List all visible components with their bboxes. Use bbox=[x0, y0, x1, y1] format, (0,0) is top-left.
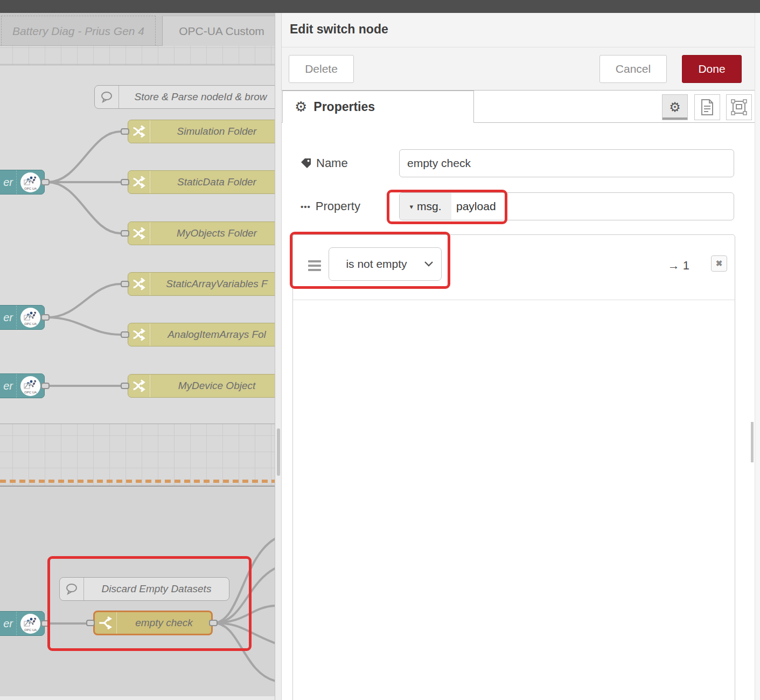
node-label: StaticArrayVariables F bbox=[150, 278, 275, 290]
done-button[interactable]: Done bbox=[682, 55, 742, 83]
canvas-hscroll-gutter[interactable] bbox=[0, 696, 275, 700]
tab-properties[interactable]: ⚙ Properties bbox=[282, 91, 474, 123]
opcua-icon: OPC UA bbox=[16, 374, 44, 398]
arrow-right-icon: → bbox=[668, 259, 680, 272]
switch-icon bbox=[128, 273, 150, 295]
node-label: er bbox=[0, 176, 16, 189]
tab-label: OPC-UA Custom bbox=[179, 25, 264, 38]
dialog-button-bar: Delete Cancel Done bbox=[282, 47, 760, 91]
dots-icon: ••• bbox=[301, 202, 311, 211]
rule-output-number: 1 bbox=[683, 259, 689, 272]
appearance-tab-button[interactable] bbox=[726, 94, 752, 120]
node-label: er bbox=[0, 618, 16, 630]
switch-icon bbox=[128, 222, 150, 245]
dialog-scrollbar-thumb[interactable] bbox=[751, 422, 754, 462]
node-label: AnalogItemArrays Fol bbox=[150, 329, 275, 341]
name-label: Name bbox=[301, 156, 348, 170]
rules-container: is not empty → 1 ✖ bbox=[292, 234, 735, 700]
app-header-bar bbox=[0, 0, 760, 13]
input-port[interactable] bbox=[121, 230, 129, 237]
opcua-browser-node[interactable]: er OPC UA bbox=[0, 611, 45, 636]
node-label: MyDevice Object bbox=[150, 380, 275, 392]
dialog-title: Edit switch node bbox=[290, 22, 388, 37]
opcua-caption: OPC UA bbox=[20, 322, 40, 325]
switch-node-analogitemarrays[interactable]: AnalogItemArrays Fol bbox=[128, 323, 275, 346]
input-port[interactable] bbox=[121, 179, 129, 185]
switch-node-myobjects-folder[interactable]: MyObjects Folder bbox=[128, 221, 275, 245]
opcua-icon: OPC UA bbox=[16, 170, 44, 194]
opcua-browser-node[interactable]: er OPC UA bbox=[0, 305, 45, 330]
node-label: Simulation Folder bbox=[150, 126, 275, 137]
workspace-tabbar: Battery Diag - Prius Gen 4 OPC-UA Custom bbox=[0, 13, 275, 46]
delete-button[interactable]: Delete bbox=[289, 55, 354, 83]
opcua-caption: OPC UA bbox=[20, 187, 40, 190]
scrollbar-thumb[interactable] bbox=[277, 428, 280, 476]
flow-canvas[interactable]: Store & Parse nodeId & brow Simulation F… bbox=[0, 46, 275, 700]
switch-icon bbox=[128, 171, 150, 193]
opcua-browser-node[interactable]: er OPC UA bbox=[0, 373, 45, 398]
tag-icon bbox=[301, 158, 311, 169]
document-icon bbox=[700, 99, 714, 115]
annotation-rect-property bbox=[387, 190, 507, 224]
comment-icon bbox=[95, 86, 119, 108]
output-port[interactable] bbox=[41, 179, 50, 185]
close-icon: ✖ bbox=[716, 259, 723, 268]
edit-switch-node-dialog: Edit switch node Delete Cancel Done ⚙ Pr… bbox=[281, 13, 760, 700]
input-port[interactable] bbox=[121, 331, 129, 338]
opcua-icon: OPC UA bbox=[16, 306, 44, 329]
rule-output-indicator: → 1 bbox=[668, 259, 689, 273]
output-port[interactable] bbox=[41, 314, 50, 321]
opcua-caption: OPC UA bbox=[20, 628, 40, 632]
switch-node-staticarrayvariables[interactable]: StaticArrayVariables F bbox=[128, 272, 275, 296]
input-port[interactable] bbox=[121, 383, 129, 389]
opcua-icon: OPC UA bbox=[16, 612, 44, 635]
cancel-button[interactable]: Cancel bbox=[599, 55, 667, 83]
properties-tab-button[interactable]: ⚙ bbox=[662, 94, 688, 120]
tab-label: Battery Diag - Prius Gen 4 bbox=[12, 25, 144, 38]
node-label: er bbox=[0, 380, 16, 392]
switch-icon bbox=[128, 375, 150, 397]
dialog-header: Edit switch node bbox=[282, 13, 760, 47]
node-red-app: Battery Diag - Prius Gen 4 OPC-UA Custom bbox=[0, 0, 760, 700]
switch-icon bbox=[128, 120, 150, 143]
annotation-rect-rule bbox=[290, 232, 450, 289]
description-tab-button[interactable] bbox=[694, 94, 720, 120]
switch-icon bbox=[128, 323, 150, 346]
tab-battery-diag[interactable]: Battery Diag - Prius Gen 4 bbox=[1, 16, 156, 46]
node-label: StaticData Folder bbox=[150, 176, 275, 188]
tab-opcua-custom[interactable]: OPC-UA Custom bbox=[162, 16, 275, 46]
gear-icon: ⚙ bbox=[295, 99, 307, 115]
input-port[interactable] bbox=[121, 128, 129, 135]
dialog-right-gutter bbox=[755, 13, 760, 700]
comment-label: Store & Parse nodeId & brow bbox=[119, 91, 275, 103]
switch-node-staticdata-folder[interactable]: StaticData Folder bbox=[128, 170, 275, 194]
name-input[interactable] bbox=[399, 149, 734, 177]
appearance-icon bbox=[731, 99, 747, 115]
tray-left-scrollbar[interactable] bbox=[275, 13, 281, 700]
input-port[interactable] bbox=[121, 281, 129, 287]
property-label: ••• Property bbox=[301, 199, 360, 213]
opcua-browser-node[interactable]: er OPC UA bbox=[0, 170, 45, 195]
output-port[interactable] bbox=[41, 383, 50, 389]
switch-node-simulation-folder[interactable]: Simulation Folder bbox=[128, 120, 275, 143]
node-label: er bbox=[0, 311, 16, 324]
switch-node-mydevice-object[interactable]: MyDevice Object bbox=[128, 374, 275, 398]
flow-editor: Battery Diag - Prius Gen 4 OPC-UA Custom bbox=[0, 13, 275, 700]
gear-icon: ⚙ bbox=[669, 100, 681, 115]
comment-node-store-parse[interactable]: Store & Parse nodeId & brow bbox=[94, 85, 275, 109]
annotation-rect-empty-check bbox=[47, 556, 252, 651]
remove-rule-button[interactable]: ✖ bbox=[711, 255, 727, 272]
tab-properties-label: Properties bbox=[313, 100, 375, 114]
opcua-caption: OPC UA bbox=[20, 391, 40, 394]
node-label: MyObjects Folder bbox=[150, 227, 275, 239]
